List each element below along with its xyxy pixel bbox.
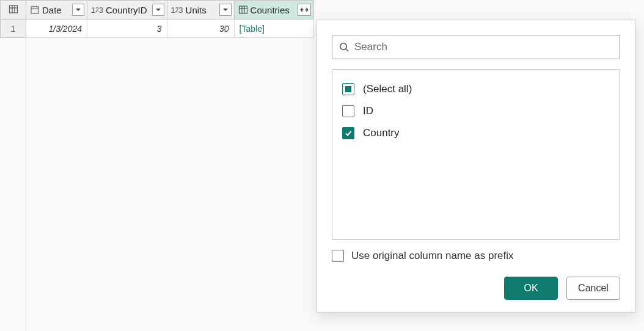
- filter-button-countryid[interactable]: [152, 4, 164, 16]
- table: Date 123 CountryID 1: [0, 0, 314, 38]
- checkbox-unchecked-icon: [332, 250, 344, 262]
- search-input[interactable]: [354, 41, 613, 53]
- col-label-countries: Countries: [251, 5, 292, 15]
- row-number[interactable]: 1: [1, 20, 26, 38]
- col-header-units[interactable]: 123 Units: [167, 1, 234, 20]
- search-icon: [338, 42, 349, 53]
- expand-column-popup: (Select all) ID Country Use original col…: [317, 20, 635, 313]
- search-box[interactable]: [332, 35, 620, 59]
- svg-point-18: [340, 43, 346, 49]
- number-type-icon: 123: [171, 5, 183, 15]
- option-select-all[interactable]: (Select all): [342, 78, 610, 100]
- number-type-icon: 123: [91, 5, 103, 15]
- svg-rect-0: [9, 5, 17, 13]
- cell-countries[interactable]: [Table]: [234, 20, 313, 38]
- col-header-countryid[interactable]: 123 CountryID: [87, 1, 167, 20]
- option-country[interactable]: Country: [342, 122, 610, 144]
- cell-units[interactable]: 30: [167, 20, 234, 38]
- expand-button-countries[interactable]: [298, 4, 311, 16]
- option-label: (Select all): [363, 83, 412, 95]
- column-options-list: (Select all) ID Country: [332, 69, 620, 240]
- option-id[interactable]: ID: [342, 100, 610, 122]
- checkbox-checked-icon: [342, 127, 354, 139]
- cell-countryid[interactable]: 3: [87, 20, 167, 38]
- option-label: ID: [363, 105, 373, 117]
- col-label-units: Units: [186, 5, 209, 15]
- cancel-button[interactable]: Cancel: [566, 277, 620, 300]
- dialog-buttons: OK Cancel: [332, 277, 620, 300]
- table-row[interactable]: 1 1/3/2024 3 30 [Table]: [1, 20, 314, 38]
- header-row: Date 123 CountryID 1: [1, 1, 314, 20]
- svg-rect-14: [239, 6, 247, 13]
- ok-button[interactable]: OK: [504, 277, 558, 300]
- table-icon: [9, 4, 18, 14]
- svg-rect-4: [31, 7, 38, 13]
- prefix-checkbox-row[interactable]: Use original column name as prefix: [332, 250, 620, 262]
- col-label-countryid: CountryID: [106, 5, 150, 15]
- col-header-date[interactable]: Date: [26, 1, 87, 20]
- select-all-rows[interactable]: [1, 1, 26, 20]
- checkbox-indeterminate-icon: [342, 83, 354, 95]
- col-label-date: Date: [42, 5, 64, 15]
- filter-button-date[interactable]: [72, 4, 84, 16]
- prefix-label: Use original column name as prefix: [351, 250, 514, 262]
- svg-line-19: [346, 49, 348, 51]
- filter-button-units[interactable]: [219, 4, 232, 16]
- cell-date[interactable]: 1/3/2024: [26, 20, 87, 38]
- table-icon: [238, 5, 248, 15]
- option-label: Country: [363, 127, 400, 139]
- calendar-icon: [30, 5, 40, 15]
- col-header-countries[interactable]: Countries: [234, 1, 313, 20]
- checkbox-unchecked-icon: [342, 105, 354, 117]
